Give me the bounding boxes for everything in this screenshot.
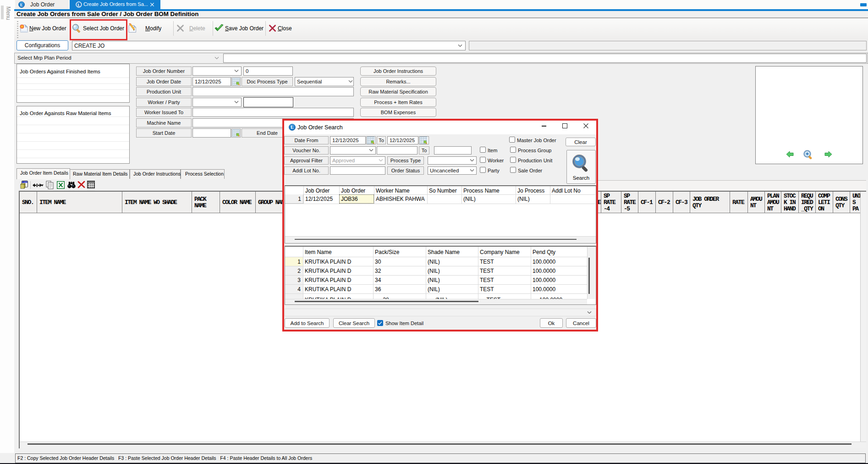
svg-text:L: L bbox=[20, 3, 23, 7]
svg-text:L: L bbox=[77, 3, 80, 7]
